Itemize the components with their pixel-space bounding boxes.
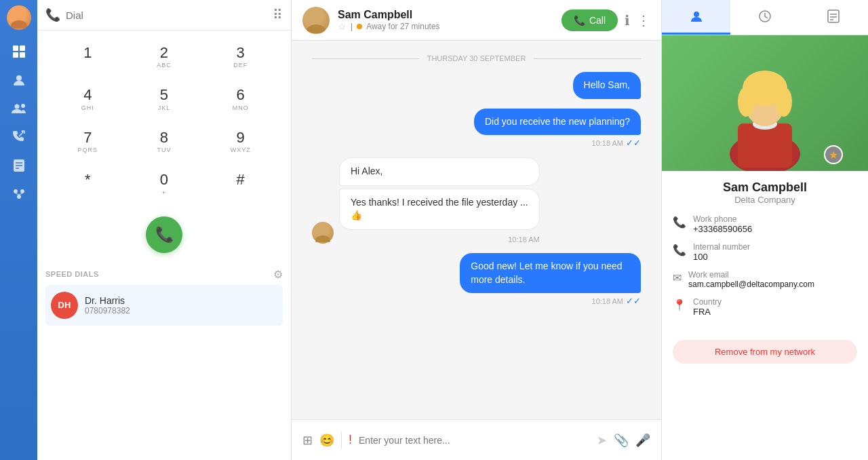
message-input[interactable] [359, 435, 590, 446]
dial-input[interactable] [66, 9, 267, 21]
internal-field-content: Internal number 100 [693, 242, 750, 262]
call-button[interactable]: 📞 [146, 216, 182, 253]
numpad-btn-*[interactable]: * [51, 164, 125, 204]
dialpad-icon[interactable]: ⠿ [273, 7, 283, 23]
speed-dial-name: Dr. Harris [85, 295, 277, 306]
contact-name: Sam Campbell [673, 180, 857, 195]
user-avatar[interactable] [7, 5, 31, 30]
star-icon[interactable]: ☆ [338, 21, 347, 32]
tab-history[interactable] [730, 0, 799, 35]
info-tabs [662, 0, 868, 35]
speed-dial-number: 0780978382 [85, 306, 277, 315]
svg-point-18 [310, 12, 322, 24]
star-badge: ★ [824, 145, 843, 164]
dialer-panel: 📞 ⠿ 12ABC3DEF4GHI5JKL6MNO7PQRS8TUV9WXYZ*… [37, 0, 292, 460]
numpad-btn-0[interactable]: 0+ [127, 164, 201, 204]
speed-dial-info: Dr. Harris 0780978382 [85, 295, 277, 315]
chat-header: Sam Campbell ☆ | Away for 27 minutes 📞 C… [292, 0, 661, 41]
svg-point-15 [17, 195, 21, 199]
message-sent-5: Good new! Let me know if you need more d… [460, 253, 641, 306]
status-divider: | [351, 22, 353, 31]
numpad-btn-#[interactable]: # [203, 164, 277, 204]
chat-panel: Sam Campbell ☆ | Away for 27 minutes 📞 C… [292, 0, 661, 460]
email-field: ✉ Work email sam.campbell@deltacompany.c… [673, 270, 857, 289]
sidebar-item-people[interactable] [7, 96, 31, 121]
speed-dial-item[interactable]: DH Dr. Harris 0780978382 [45, 285, 283, 326]
internal-field-icon: 📞 [673, 244, 686, 256]
phone-field-content: Work phone +33368590656 [693, 214, 752, 234]
mic-icon[interactable]: 🎤 [635, 433, 650, 448]
sidebar-item-notes[interactable] [7, 153, 31, 178]
svg-point-33 [738, 87, 754, 117]
dialer-top: 📞 ⠿ [37, 0, 291, 31]
chat-input-bar: ⊞ 😊 ! ➤ 📎 🎤 [292, 419, 661, 460]
call-contact-button[interactable]: 📞 Call [561, 9, 618, 31]
internal-number-field: 📞 Internal number 100 [673, 242, 857, 262]
chat-contact-avatar [302, 7, 330, 34]
numpad-btn-3[interactable]: 3DEF [203, 37, 277, 77]
gif-icon[interactable]: ⊞ [302, 433, 313, 448]
emoji-icon[interactable]: 😊 [319, 433, 334, 448]
date-divider-text: THURSDAY 30 SEPTEMBER [427, 54, 526, 62]
info-button[interactable]: ℹ [625, 12, 630, 28]
message-received-group: Hi Alex, Yes thanks! I received the file… [312, 157, 641, 244]
more-options-button[interactable]: ⋮ [637, 12, 650, 28]
speed-dials-section: SPEED DIALS ⚙ DH Dr. Harris 0780978382 [37, 263, 291, 326]
svg-point-34 [776, 87, 792, 117]
numpad-btn-6[interactable]: 6MNO [203, 79, 277, 119]
numpad-btn-9[interactable]: 9WXYZ [203, 122, 277, 161]
received-avatar [312, 222, 334, 244]
numpad: 12ABC3DEF4GHI5JKL6MNO7PQRS8TUV9WXYZ*0+# [37, 31, 291, 211]
numpad-btn-5[interactable]: 5JKL [127, 79, 201, 119]
svg-rect-24 [828, 10, 839, 22]
numpad-btn-1[interactable]: 1 [51, 37, 125, 77]
internal-value: 100 [693, 252, 750, 262]
svg-rect-3 [20, 45, 25, 51]
tab-document[interactable] [800, 0, 868, 35]
status-text: Away for 27 minutes [366, 22, 440, 31]
email-value: sam.campbell@deltacompany.com [688, 280, 814, 289]
msg-time: 10:18 AM ✓✓ [474, 138, 641, 148]
svg-point-19 [307, 24, 326, 33]
svg-rect-5 [20, 52, 25, 58]
read-receipt-icon: ✓✓ [626, 138, 641, 148]
svg-point-0 [14, 10, 24, 20]
contact-company: Delta Company [673, 195, 857, 205]
chat-status: ☆ | Away for 27 minutes [338, 21, 553, 32]
sidebar-item-groups[interactable] [7, 182, 31, 206]
attachment-icon[interactable]: 📎 [614, 433, 629, 448]
svg-point-21 [315, 235, 330, 242]
alert-icon[interactable]: ! [349, 433, 352, 447]
message-sent-2: Did you receive the new planning? 10:18 … [474, 109, 641, 149]
country-label: Country [693, 297, 722, 307]
speed-dial-avatar: DH [51, 292, 78, 319]
contact-info-section: Sam Campbell Delta Company 📞 Work phone … [662, 171, 868, 334]
msg-text: Yes thanks! I received the file yesterda… [339, 189, 540, 230]
svg-line-17 [19, 193, 22, 195]
send-icon[interactable]: ➤ [597, 433, 607, 448]
speed-dials-gear-icon[interactable]: ⚙ [273, 268, 283, 281]
received-bubbles: Hi Alex, Yes thanks! I received the file… [339, 157, 540, 244]
sidebar-item-calls[interactable] [7, 125, 31, 149]
chat-header-info: Sam Campbell ☆ | Away for 27 minutes [338, 9, 553, 32]
sidebar-item-dashboard[interactable] [7, 39, 31, 64]
info-panel: ★ Sam Campbell Delta Company 📞 Work phon… [661, 0, 868, 460]
remove-from-network-button[interactable]: Remove from my network [673, 340, 857, 364]
time-text: 10:18 AM [592, 139, 623, 147]
country-field: 📍 Country FRA [673, 297, 857, 317]
numpad-btn-8[interactable]: 8TUV [127, 122, 201, 161]
msg-text: Hello Sam, [573, 72, 641, 99]
svg-rect-29 [738, 123, 792, 168]
svg-point-1 [11, 20, 27, 28]
email-field-content: Work email sam.campbell@deltacompany.com [688, 270, 814, 289]
msg-text: Hi Alex, [339, 157, 540, 186]
svg-point-13 [14, 189, 18, 193]
numpad-btn-7[interactable]: 7PQRS [51, 122, 125, 161]
date-divider: THURSDAY 30 SEPTEMBER [312, 54, 641, 62]
chat-contact-name: Sam Campbell [338, 9, 553, 21]
numpad-btn-2[interactable]: 2ABC [127, 37, 201, 77]
numpad-btn-4[interactable]: 4GHI [51, 79, 125, 119]
tab-contact-info[interactable] [662, 0, 730, 35]
phone-icon: 📞 [45, 7, 60, 22]
sidebar-item-contacts[interactable] [7, 68, 31, 92]
